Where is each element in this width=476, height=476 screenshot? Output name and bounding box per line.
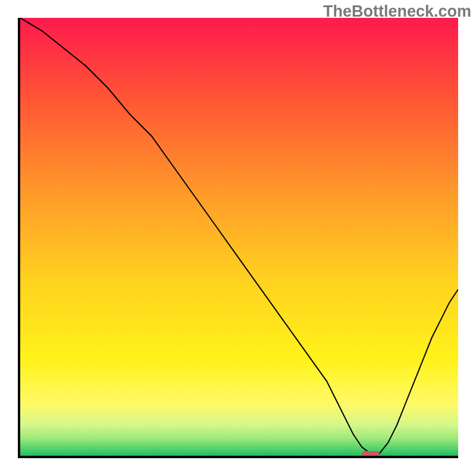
chart-container: TheBottleneck.com xyxy=(0,0,476,476)
watermark-text: TheBottleneck.com xyxy=(323,2,471,21)
gradient-background xyxy=(20,18,458,456)
chart-plot xyxy=(20,18,458,456)
optimal-point-marker xyxy=(362,451,379,456)
